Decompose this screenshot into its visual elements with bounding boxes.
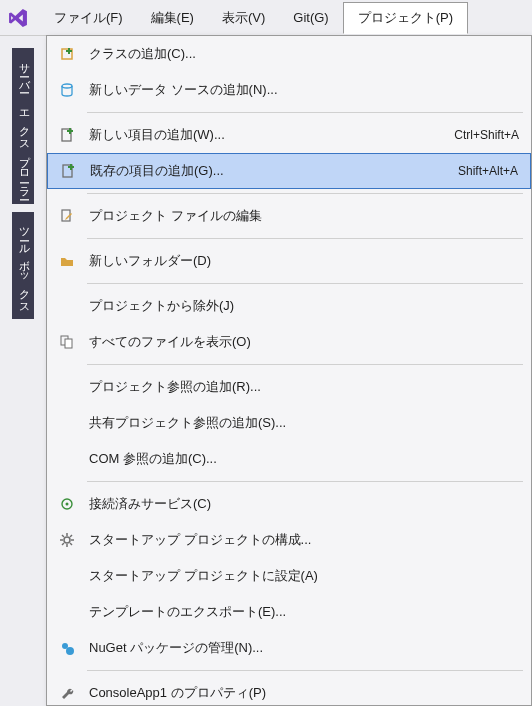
menu-item[interactable]: NuGet パッケージの管理(N)... [47, 630, 531, 666]
menu-separator [87, 283, 523, 284]
edit-file-icon [53, 208, 81, 224]
menu-item[interactable]: プロジェクト ファイルの編集 [47, 198, 531, 234]
menu-item-label: スタートアップ プロジェクトの構成... [81, 531, 519, 549]
menu-separator [87, 238, 523, 239]
menu-item-label: クラスの追加(C)... [81, 45, 519, 63]
menu-item[interactable]: スタートアップ プロジェクトの構成... [47, 522, 531, 558]
wrench-icon [53, 685, 81, 701]
menu-item[interactable]: COM 参照の追加(C)... [47, 441, 531, 477]
menu-item-label: 新しいフォルダー(D) [81, 252, 519, 270]
show-all-icon [53, 334, 81, 350]
menu-item[interactable]: テンプレートのエクスポート(E)... [47, 594, 531, 630]
menu-git[interactable]: Git(G) [279, 4, 342, 31]
svg-line-20 [62, 535, 64, 537]
svg-line-21 [70, 543, 72, 545]
menu-separator [87, 112, 523, 113]
menu-item[interactable]: 新しいデータ ソースの追加(N)... [47, 72, 531, 108]
menu-item-label: プロジェクトから除外(J) [81, 297, 519, 315]
menu-view[interactable]: 表示(V) [208, 3, 279, 33]
menu-item-label: 新しい項目の追加(W)... [81, 126, 454, 144]
menu-separator [87, 193, 523, 194]
gear-icon [53, 532, 81, 548]
menu-item-label: スタートアップ プロジェクトに設定(A) [81, 567, 519, 585]
svg-point-24 [62, 643, 68, 649]
menu-item-label: プロジェクト参照の追加(R)... [81, 378, 519, 396]
visual-studio-logo-icon [4, 4, 32, 32]
svg-point-15 [64, 537, 70, 543]
menu-item-label: 共有プロジェクト参照の追加(S)... [81, 414, 519, 432]
menu-item[interactable]: 共有プロジェクト参照の追加(S)... [47, 405, 531, 441]
menu-item-label: すべてのファイルを表示(O) [81, 333, 519, 351]
menu-item[interactable]: 新しいフォルダー(D) [47, 243, 531, 279]
menu-item-shortcut: Shift+Alt+A [458, 164, 518, 178]
svg-line-22 [62, 543, 64, 545]
menu-separator [87, 364, 523, 365]
menu-item-label: COM 参照の追加(C)... [81, 450, 519, 468]
new-item-icon [53, 127, 81, 143]
nuget-icon [53, 640, 81, 656]
menu-item[interactable]: プロジェクト参照の追加(R)... [47, 369, 531, 405]
menu-item[interactable]: クラスの追加(C)... [47, 36, 531, 72]
menu-project[interactable]: プロジェクト(P) [343, 2, 468, 34]
new-folder-icon [53, 253, 81, 269]
menu-edit[interactable]: 編集(E) [137, 3, 208, 33]
menu-item[interactable]: プロジェクトから除外(J) [47, 288, 531, 324]
menu-item-label: 接続済みサービス(C) [81, 495, 519, 513]
menu-item[interactable]: スタートアップ プロジェクトに設定(A) [47, 558, 531, 594]
connected-service-icon [53, 496, 81, 512]
menu-item[interactable]: 新しい項目の追加(W)...Ctrl+Shift+A [47, 117, 531, 153]
svg-rect-12 [65, 339, 72, 348]
menu-item-label: テンプレートのエクスポート(E)... [81, 603, 519, 621]
project-dropdown-menu: クラスの追加(C)...新しいデータ ソースの追加(N)...新しい項目の追加(… [46, 35, 532, 706]
sidebar-tab-server-explorer[interactable]: サーバー エクスプローラー [12, 48, 34, 204]
menu-separator [87, 670, 523, 671]
menu-item[interactable]: 接続済みサービス(C) [47, 486, 531, 522]
menu-item-label: プロジェクト ファイルの編集 [81, 207, 519, 225]
menu-item[interactable]: 既存の項目の追加(G)...Shift+Alt+A [47, 153, 531, 189]
menu-item-label: 既存の項目の追加(G)... [82, 162, 458, 180]
menu-item[interactable]: ConsoleApp1 のプロパティ(P) [47, 675, 531, 706]
data-source-icon [53, 82, 81, 98]
menu-separator [87, 481, 523, 482]
menu-item-label: 新しいデータ ソースの追加(N)... [81, 81, 519, 99]
menu-item-shortcut: Ctrl+Shift+A [454, 128, 519, 142]
existing-item-icon [54, 163, 82, 179]
left-strip: サーバー エクスプローラー ツールボックス [0, 36, 46, 706]
menu-file[interactable]: ファイル(F) [40, 3, 137, 33]
sidebar-tab-toolbox[interactable]: ツールボックス [12, 212, 34, 319]
svg-point-25 [66, 647, 74, 655]
menu-item[interactable]: すべてのファイルを表示(O) [47, 324, 531, 360]
svg-point-3 [62, 84, 72, 88]
menu-item-label: NuGet パッケージの管理(N)... [81, 639, 519, 657]
menu-item-label: ConsoleApp1 のプロパティ(P) [81, 684, 519, 702]
svg-point-14 [66, 503, 69, 506]
svg-line-23 [70, 535, 72, 537]
menubar: ファイル(F) 編集(E) 表示(V) Git(G) プロジェクト(P) [0, 0, 532, 36]
add-class-icon [53, 46, 81, 62]
